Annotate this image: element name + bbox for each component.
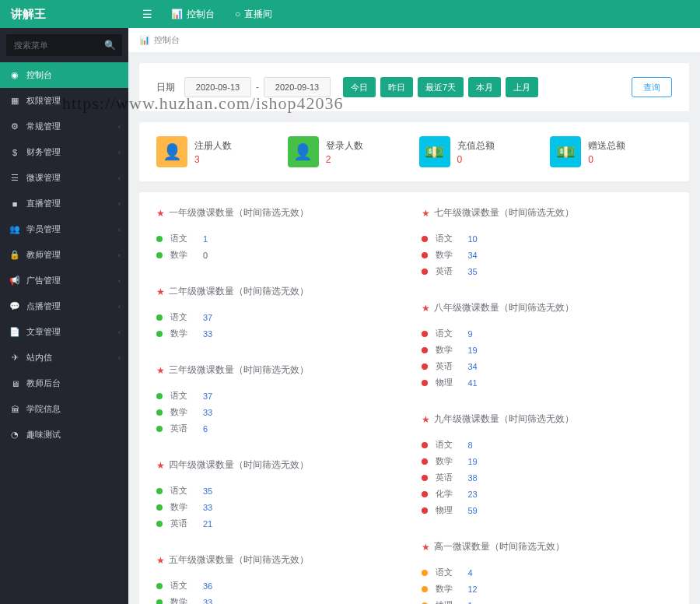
subject-row: 英语6: [156, 420, 408, 437]
filter-本月[interactable]: 本月: [468, 77, 501, 97]
sidebar-item-教师后台[interactable]: 🖥教师后台: [0, 370, 128, 396]
subject-value[interactable]: 41: [468, 378, 478, 388]
dot-icon: [422, 363, 428, 370]
subject-name: 英语: [436, 360, 468, 372]
subject-row: 英语34: [422, 358, 673, 374]
stat-value: 3: [194, 154, 232, 165]
subject-value[interactable]: 0: [203, 251, 208, 260]
filter-今日[interactable]: 今日: [343, 77, 376, 97]
subject-value[interactable]: 4: [468, 568, 473, 578]
star-icon: ★: [156, 555, 165, 566]
star-icon: ★: [156, 460, 165, 471]
subject-name: 物理: [436, 504, 468, 516]
star-icon: ★: [422, 208, 430, 219]
subject-value[interactable]: 33: [203, 503, 212, 512]
subject-value[interactable]: 59: [468, 506, 478, 515]
hamburger-icon[interactable]: ☰: [136, 8, 159, 20]
subject-value[interactable]: 19: [468, 457, 478, 466]
search-icon[interactable]: 🔍: [104, 40, 116, 51]
sidebar-item-直播管理[interactable]: ■直播管理‹: [0, 191, 128, 216]
subject-name: 数学: [170, 406, 203, 418]
subject-value[interactable]: 35: [203, 486, 212, 496]
subject-row: 语文35: [156, 483, 408, 499]
sidebar-item-学员管理[interactable]: 👥学员管理‹: [0, 216, 128, 242]
subject-name: 数学: [436, 583, 468, 595]
subject-value[interactable]: 6: [203, 424, 208, 434]
menu-label: 站内信: [26, 352, 52, 363]
subject-value[interactable]: 37: [203, 392, 212, 401]
menu-icon: $: [9, 148, 20, 157]
tab-dashboard[interactable]: 📊 控制台: [163, 1, 222, 28]
subject-row: 语文37: [156, 388, 408, 404]
subject-value[interactable]: 36: [203, 581, 212, 591]
topbar: ☰ 📊 控制台 ○ 直播间: [128, 0, 700, 28]
subject-row: 物理59: [422, 502, 673, 518]
section-title: 一年级微课数量（时间筛选无效）: [169, 206, 309, 219]
subject-value[interactable]: 23: [468, 490, 478, 499]
star-icon: ★: [156, 208, 165, 219]
date-from-input[interactable]: [184, 77, 251, 97]
dot-icon: [422, 236, 428, 242]
sidebar-item-权限管理[interactable]: ▦权限管理‹: [0, 88, 128, 114]
dot-icon: [422, 570, 428, 576]
sidebar-item-站内信[interactable]: ✈站内信‹: [0, 345, 128, 370]
stat-icon: 👤: [288, 136, 319, 167]
sidebar-item-控制台[interactable]: ◉控制台: [0, 62, 128, 88]
sidebar-item-趣味测试[interactable]: ◔趣味测试: [0, 422, 128, 448]
filter-昨日[interactable]: 昨日: [380, 77, 413, 97]
subject-value[interactable]: 8: [468, 441, 473, 450]
section-title: 二年级微课数量（时间筛选无效）: [169, 285, 309, 298]
subject-value[interactable]: 33: [203, 329, 212, 339]
sidebar-item-常规管理[interactable]: ⚙常规管理‹: [0, 114, 128, 139]
subject-value[interactable]: 35: [468, 267, 478, 276]
subject-value[interactable]: 1: [468, 601, 473, 605]
subject-value[interactable]: 12: [468, 585, 478, 594]
sidebar-item-文章管理[interactable]: 📄文章管理‹: [0, 319, 128, 345]
subject-name: 数学: [436, 344, 468, 356]
subject-value[interactable]: 9: [468, 329, 473, 339]
menu-icon: 📄: [9, 327, 20, 337]
subject-value[interactable]: 34: [468, 362, 478, 371]
subject-row: 语文10: [422, 230, 673, 247]
tab-live[interactable]: ○ 直播间: [227, 1, 280, 28]
subject-row: 语文9: [422, 325, 673, 342]
chevron-left-icon: ‹: [118, 123, 121, 131]
subject-row: 数学19: [422, 342, 673, 358]
subject-value[interactable]: 21: [203, 519, 212, 528]
subject-name: 英语: [170, 518, 203, 529]
sidebar-item-广告管理[interactable]: 📢广告管理‹: [0, 268, 128, 293]
stat-label: 充值总额: [457, 139, 495, 153]
subject-value[interactable]: 34: [468, 251, 478, 260]
subject-name: 数学: [170, 328, 203, 339]
subject-value[interactable]: 10: [468, 234, 478, 244]
filter-上月[interactable]: 上月: [506, 77, 538, 97]
chevron-left-icon: ‹: [118, 149, 121, 156]
subject-name: 数学: [170, 249, 203, 261]
filter-最近7天[interactable]: 最近7天: [418, 77, 464, 97]
dot-icon: [422, 475, 428, 481]
sidebar-item-点播管理[interactable]: 💬点播管理‹: [0, 293, 128, 319]
menu-icon: ■: [9, 199, 20, 209]
sidebar-item-教师管理[interactable]: 🔒教师管理‹: [0, 242, 128, 268]
subject-value[interactable]: 33: [203, 598, 212, 605]
subject-value[interactable]: 37: [203, 313, 212, 322]
date-to-input[interactable]: [264, 77, 331, 97]
chevron-left-icon: ‹: [118, 226, 121, 234]
subject-value[interactable]: 38: [468, 473, 478, 483]
star-icon: ★: [156, 286, 165, 297]
menu-icon: ▦: [9, 96, 20, 106]
sidebar-item-学院信息[interactable]: 🏛学院信息: [0, 396, 128, 422]
subject-value[interactable]: 1: [203, 234, 208, 244]
sidebar-item-微课管理[interactable]: ☰微课管理‹: [0, 165, 128, 191]
subject-value[interactable]: 19: [468, 346, 478, 355]
subject-row: 语文37: [156, 309, 408, 325]
subject-row: 化学23: [422, 486, 673, 502]
query-button[interactable]: 查询: [632, 77, 672, 97]
subject-value[interactable]: 33: [203, 408, 212, 417]
subject-name: 语文: [436, 439, 468, 451]
sidebar-item-财务管理[interactable]: $财务管理‹: [0, 139, 128, 165]
menu-icon: 📢: [9, 276, 20, 286]
subject-row: 数学33: [156, 325, 408, 342]
dashboard-icon: 📊: [139, 35, 150, 45]
chevron-left-icon: ‹: [118, 328, 121, 336]
